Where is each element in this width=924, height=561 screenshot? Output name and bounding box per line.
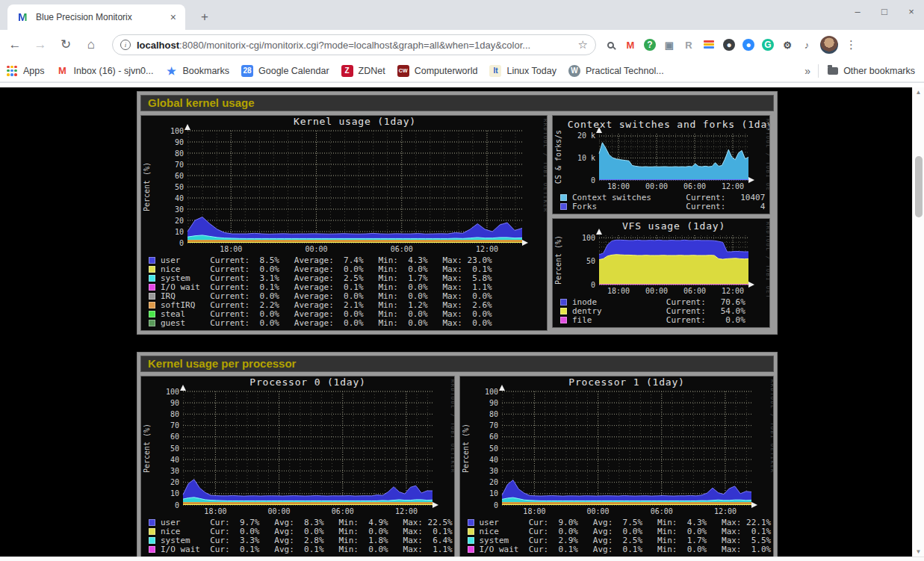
svg-text:0: 0 <box>493 501 497 509</box>
search-extension-icon[interactable] <box>604 38 617 52</box>
bookmark-item-3[interactable]: 28Google Calendar <box>235 62 335 80</box>
bookmark-item-1[interactable]: MInbox (16) - sjvn0... <box>51 62 160 80</box>
legend-row: steal Current: 0.0% Average: 0.0% Min: 0… <box>149 309 547 318</box>
legend-color-chip <box>468 537 474 544</box>
scroll-down-icon[interactable]: ▼ <box>913 548 924 555</box>
legend-color-chip <box>560 299 567 306</box>
horizontal-scrollbar[interactable] <box>0 557 924 561</box>
pocket-extension-icon[interactable]: ● <box>723 39 735 51</box>
svg-text:12:00: 12:00 <box>722 182 744 190</box>
chart-legend: user Cur: 9.0% Avg: 7.5% Min: 4.3% Max: … <box>460 517 774 557</box>
grammarly-icon[interactable]: G <box>762 39 774 51</box>
tab-strip: M Blue Precision Monitorix × + – □ × <box>0 0 924 30</box>
svg-text:Percent (%): Percent (%) <box>462 424 470 473</box>
profile-avatar[interactable] <box>820 36 838 54</box>
legend-color-chip <box>149 266 155 273</box>
svg-text:90: 90 <box>170 399 179 407</box>
bookmark-label: Google Calendar <box>258 66 329 76</box>
extensions-row: M?▣R●●G⚙♪ <box>604 38 813 52</box>
media-queue-icon[interactable]: ♪ <box>801 39 813 51</box>
site-info-icon[interactable]: i <box>120 40 131 50</box>
bookmark-item-7[interactable]: WPractical Technol... <box>562 62 670 80</box>
svg-text:RRDTOOL / TOBI OETIKER: RRDTOOL / TOBI OETIKER <box>765 222 769 297</box>
reload-button[interactable]: ↻ <box>55 34 76 55</box>
other-bookmarks-button[interactable]: Other bookmarks <box>819 66 924 76</box>
minimize-button[interactable]: – <box>852 6 863 17</box>
bookmark-item-5[interactable]: CWComputerworld <box>391 62 484 80</box>
gmail-icon: M <box>624 39 636 51</box>
legend-row: dentry Current: 54.0% <box>560 306 769 315</box>
bookmark-icon: CW <box>397 65 409 77</box>
home-button[interactable]: ⌂ <box>81 34 102 55</box>
svg-text:20: 20 <box>170 478 179 486</box>
maximize-button[interactable]: □ <box>879 6 890 17</box>
legend-text: I/O wait Cur: 0.1% Avg: 0.1% Min: 0.0% M… <box>161 545 453 554</box>
svg-text:0: 0 <box>175 501 179 509</box>
svg-text:80: 80 <box>175 149 184 158</box>
window-close-button[interactable]: × <box>906 6 917 17</box>
processor-1-graph[interactable]: 010203040506070809010018:0000:0006:0012:… <box>459 376 775 557</box>
legend-row: softIRQ Current: 2.2% Average: 2.1% Min:… <box>149 300 547 309</box>
media-queue-icon: ♪ <box>801 39 813 51</box>
voice-extension-icon[interactable]: ? <box>644 39 656 51</box>
bookmark-item-2[interactable]: ★Bookmarks <box>160 62 236 80</box>
svg-text:10: 10 <box>170 489 179 498</box>
svg-text:00:00: 00:00 <box>268 507 291 515</box>
bookmark-icon: W <box>568 65 580 77</box>
gmail-icon[interactable]: M <box>624 39 636 51</box>
svg-text:06:00: 06:00 <box>683 182 706 190</box>
scroll-up-icon[interactable]: ▲ <box>913 89 924 96</box>
legend-row: nice Current: 0.0% Average: 0.0% Min: 0.… <box>149 264 547 273</box>
browser-menu-icon[interactable]: ⋮ <box>846 38 857 52</box>
browser-toolbar: ← → ↻ ⌂ i localhost:8080/monitorix-cgi/m… <box>0 30 924 60</box>
svg-text:50: 50 <box>489 444 497 453</box>
svg-text:60: 60 <box>170 433 179 441</box>
svg-text:70: 70 <box>175 161 184 169</box>
forward-button[interactable]: → <box>30 34 51 55</box>
bookmark-item-6[interactable]: ltLinux Today <box>483 62 562 80</box>
svg-text:20: 20 <box>175 217 184 225</box>
chart-legend: user Current: 8.5% Average: 7.4% Min: 4.… <box>141 255 547 330</box>
bookmark-star-icon[interactable]: ☆ <box>578 38 588 52</box>
legend-row: user Cur: 9.7% Avg: 8.3% Min: 4.9% Max: … <box>149 518 454 527</box>
bookmark-icon <box>6 65 18 77</box>
context-switches-graph[interactable]: 010 k20 k18:0000:0006:0012:00Context swi… <box>552 115 770 214</box>
legend-row: nice Cur: 0.0% Avg: 0.0% Min: 0.0% Max: … <box>468 527 774 536</box>
legend-color-chip <box>560 203 567 210</box>
legend-color-chip <box>468 528 474 535</box>
svg-text:06:00: 06:00 <box>683 287 706 295</box>
svg-text:00:00: 00:00 <box>645 182 668 190</box>
new-tab-button[interactable]: + <box>196 9 214 27</box>
zoom-extension-icon[interactable]: ● <box>742 39 754 51</box>
back-button[interactable]: ← <box>4 34 25 55</box>
url-host: localhost <box>137 40 179 51</box>
url-path: :8080/monitorix-cgi/monitorix.cgi?mode=l… <box>179 40 530 51</box>
svg-text:10 k: 10 k <box>577 154 595 162</box>
browser-window: M Blue Precision Monitorix × + – □ × ← →… <box>0 0 924 561</box>
svg-text:VFS usage (1day): VFS usage (1day) <box>622 220 725 232</box>
r-extension-icon[interactable]: R <box>683 39 695 51</box>
processor-0-graph[interactable]: 010203040506070809010018:0000:0006:0012:… <box>140 376 455 557</box>
extensions-puzzle-icon[interactable]: ⚙ <box>781 39 793 51</box>
bookmark-item-0[interactable]: Apps <box>0 62 51 80</box>
legend-text: file Current: 0.0% <box>572 315 745 325</box>
bookmarks-overflow-chevron[interactable]: » <box>797 65 818 77</box>
legend-row: I/O wait Current: 0.1% Average: 0.1% Min… <box>149 282 547 291</box>
kernel-usage-graph[interactable]: 010203040506070809010018:0000:0006:0012:… <box>140 115 548 331</box>
folder-icon <box>828 67 838 75</box>
legend-row: I/O wait Cur: 0.1% Avg: 0.1% Min: 0.0% M… <box>149 545 454 554</box>
reading-stack-extension-icon[interactable] <box>702 38 716 52</box>
scrollbar-thumb[interactable] <box>915 156 923 217</box>
voice-extension-icon: ? <box>644 39 656 51</box>
tab-monitorix[interactable]: M Blue Precision Monitorix × <box>7 4 185 30</box>
address-bar[interactable]: i localhost:8080/monitorix-cgi/monitorix… <box>112 34 596 55</box>
vfs-usage-graph[interactable]: 05010018:0000:0006:0012:00VFS usage (1da… <box>552 218 770 328</box>
tab-close-icon[interactable]: × <box>167 11 179 23</box>
copy-extension-icon[interactable]: ▣ <box>663 39 675 51</box>
legend-row: system Cur: 2.9% Avg: 2.5% Min: 1.7% Max… <box>468 536 774 545</box>
legend-color-chip <box>149 311 155 317</box>
vertical-scrollbar[interactable]: ▲ ▼ <box>912 87 924 557</box>
bookmark-item-4[interactable]: ZZDNet <box>335 62 391 80</box>
legend-color-chip <box>149 257 155 264</box>
legend-row: user Current: 8.5% Average: 7.4% Min: 4.… <box>149 255 547 264</box>
